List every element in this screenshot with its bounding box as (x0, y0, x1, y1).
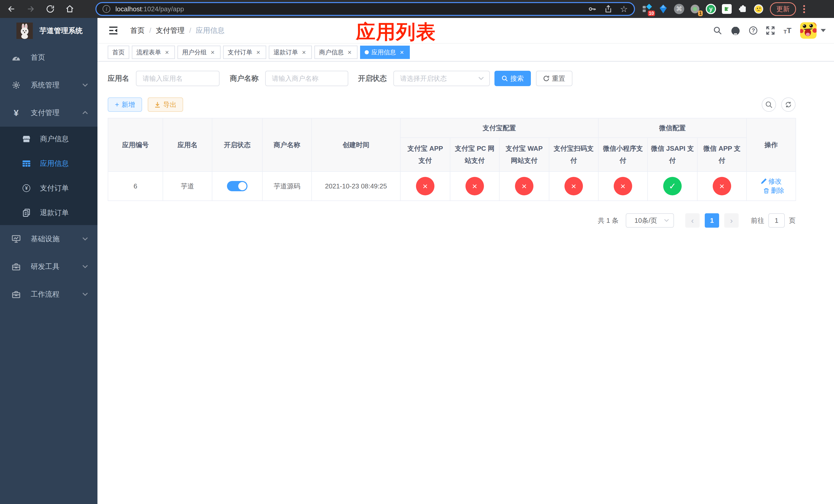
col-wechat-jsapi: 微信 JSAPI 支付 (648, 138, 697, 171)
chrome-update-button[interactable]: 更新 (770, 2, 796, 16)
goto-page-input[interactable] (768, 213, 785, 228)
cell-create-time: 2021-10-23 08:49:25 (312, 171, 400, 201)
edit-link[interactable]: 修改 (761, 177, 782, 186)
tab-app-info-active[interactable]: 应用信息× (360, 46, 410, 59)
forward-icon[interactable] (24, 2, 38, 16)
toggle-search-button[interactable] (762, 97, 776, 112)
home-icon[interactable] (63, 2, 77, 16)
tab-process-form[interactable]: 流程表单× (132, 46, 175, 59)
tab-user-group[interactable]: 用户分组× (177, 46, 221, 59)
filter-form: 应用名 商户名称 开启状态 请选择开启状态 搜索 重置 (108, 71, 795, 86)
toolbox-icon (12, 291, 21, 298)
sidebar-item-infrastructure[interactable]: 基础设施 (0, 225, 97, 253)
open-status-select[interactable]: 请选择开启状态 (393, 71, 490, 86)
delete-link[interactable]: 删除 (763, 186, 784, 195)
sidebar-logo[interactable]: 芋道管理系统 (0, 18, 97, 44)
sidebar-item-merchant-info[interactable]: 商户信息 (0, 127, 97, 151)
profile-avatar-icon[interactable] (753, 4, 764, 14)
screen: i localhost:1024/pay/app ☆ 10 ⌘ (0, 0, 834, 504)
back-icon[interactable] (4, 2, 19, 16)
chevron-down-icon (82, 237, 88, 241)
extension-notes-icon[interactable] (722, 4, 732, 14)
refresh-icon (785, 101, 792, 108)
extension-y-icon[interactable]: y (706, 4, 716, 14)
tab-refund-orders[interactable]: 退款订单× (269, 46, 312, 59)
header-search-icon[interactable] (713, 26, 722, 35)
refresh-table-button[interactable] (781, 97, 795, 112)
github-icon[interactable] (731, 26, 740, 35)
site-info-icon[interactable]: i (103, 5, 110, 13)
next-page-button[interactable]: › (724, 213, 739, 228)
breadcrumb-payment[interactable]: 支付管理 (156, 26, 185, 36)
sidebar-item-refund-orders[interactable]: 退款订单 (0, 201, 97, 225)
close-icon[interactable]: × (301, 49, 307, 55)
col-open-status: 开启状态 (212, 118, 262, 171)
export-button[interactable]: 导出 (148, 97, 183, 112)
col-create-time: 创建时间 (312, 118, 400, 171)
app-name-input[interactable] (136, 71, 220, 86)
app-title: 芋道管理系统 (40, 26, 83, 36)
close-icon[interactable]: × (346, 49, 353, 55)
page-size-select[interactable]: 10条/页 (626, 213, 674, 228)
search-button[interactable]: 搜索 (495, 71, 531, 86)
close-icon[interactable]: × (398, 49, 405, 55)
user-avatar[interactable] (800, 22, 826, 39)
main-area: 应用列表 首页 / 支付管理 / 应用信息 (97, 18, 834, 504)
toolbox-icon (12, 263, 21, 271)
sidebar-item-payment[interactable]: ¥ 支付管理 (0, 99, 97, 127)
sidebar-collapse-icon[interactable] (107, 24, 120, 37)
url-text: localhost:1024/pay/app (115, 5, 184, 13)
close-icon[interactable]: × (163, 49, 170, 55)
col-wechat-mini: 微信小程序支付 (598, 138, 648, 171)
reset-button[interactable]: 重置 (536, 71, 572, 86)
sidebar-item-system[interactable]: 系统管理 (0, 71, 97, 99)
font-size-icon[interactable]: TT (784, 26, 791, 35)
status-circle-alipay-qr: × (565, 177, 583, 196)
extension-command-icon[interactable]: ⌘ (674, 4, 684, 14)
logo-rabbit-image (16, 23, 33, 39)
yen-circle-icon: ¥ (22, 184, 31, 192)
pencil-icon (761, 178, 767, 184)
password-key-icon[interactable] (588, 5, 596, 13)
yen-icon: ¥ (12, 109, 21, 117)
sidebar-item-app-info[interactable]: 应用信息 (0, 151, 97, 176)
extensions-puzzle-icon[interactable] (738, 4, 748, 14)
breadcrumb-home[interactable]: 首页 (130, 26, 145, 36)
open-status-label: 开启状态 (358, 74, 387, 83)
sidebar-item-home[interactable]: 首页 (0, 44, 97, 71)
prev-page-button[interactable]: ‹ (685, 213, 700, 228)
tab-home[interactable]: 首页 (108, 46, 129, 59)
close-icon[interactable]: × (209, 49, 216, 55)
documents-icon (22, 209, 31, 217)
table-toolbar: + 新增 导出 (108, 97, 795, 112)
breadcrumb-current: 应用信息 (196, 26, 225, 36)
sidebar-item-dev-tools[interactable]: 研发工具 (0, 253, 97, 280)
merchant-name-input[interactable] (265, 71, 348, 86)
sidebar-item-workflow[interactable]: 工作流程 (0, 280, 97, 308)
extension-gem-icon[interactable] (658, 4, 668, 14)
tab-merchant-info[interactable]: 商户信息× (314, 46, 357, 59)
sidebar-item-pay-orders[interactable]: ¥ 支付订单 (0, 176, 97, 201)
fullscreen-icon[interactable] (766, 26, 775, 35)
reload-icon[interactable] (43, 2, 58, 16)
table-grid-icon (22, 160, 31, 167)
bookmark-star-icon[interactable]: ☆ (620, 4, 628, 14)
extension-recorder-icon[interactable]: 1 (690, 4, 700, 14)
chevron-down-icon (82, 265, 88, 269)
chevron-up-icon (82, 111, 88, 115)
add-button[interactable]: + 新增 (108, 97, 142, 112)
share-icon[interactable] (604, 5, 612, 13)
help-icon[interactable]: ? (749, 26, 757, 35)
download-icon (154, 101, 160, 108)
page-number-1[interactable]: 1 (705, 213, 719, 228)
close-icon[interactable]: × (255, 49, 262, 55)
col-alipay-pc: 支付宝 PC 网站支付 (450, 138, 499, 171)
col-group-wechat: 微信配置 (598, 118, 747, 138)
extension-diamond-icon[interactable]: 10 (642, 4, 653, 14)
address-bar[interactable]: i localhost:1024/pay/app ☆ (95, 2, 635, 16)
row-status-switch[interactable] (227, 181, 247, 191)
search-icon (502, 75, 508, 82)
browser-menu-icon[interactable] (801, 3, 807, 15)
breadcrumb: 首页 / 支付管理 / 应用信息 (130, 26, 225, 36)
tab-pay-orders[interactable]: 支付订单× (223, 46, 266, 59)
